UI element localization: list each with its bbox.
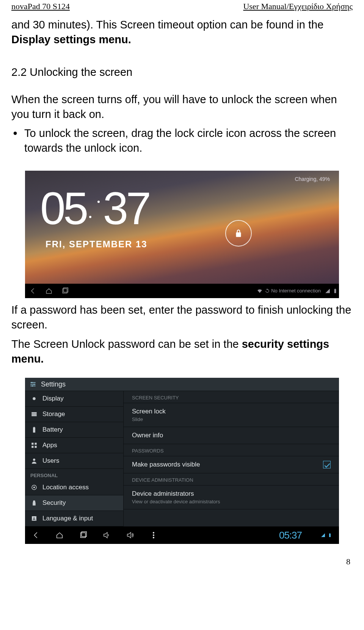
lock-icon [234,228,243,238]
svg-point-24 [153,533,154,534]
settings-title: Settings [41,380,66,388]
svg-point-6 [32,385,33,386]
svg-rect-16 [35,446,37,448]
section-unlocking: 2.2 Unlocking the screen [11,66,353,79]
page-number: 8 [11,557,353,567]
settings-navbar: 05:37 [25,526,339,544]
bullet-unlock: ● To unlock the screen, drag the lock ci… [13,126,353,156]
nav-home-icon[interactable] [55,531,64,539]
svg-text:A: A [33,517,35,521]
signal-icon [321,533,325,537]
language-icon: A [30,515,38,522]
page-header: novaPad 70 S124 User Manual/Εγχειρίδιο Χ… [11,0,353,13]
paragraph-security-settings: The Screen Unlock password can be set in… [11,337,353,366]
svg-rect-1 [64,288,68,292]
svg-rect-8 [31,412,37,413]
sidebar-item-apps[interactable]: Apps [25,438,123,453]
svg-rect-27 [329,534,331,537]
setting-device-administrators[interactable]: Device administrators View or deactivate… [124,485,339,509]
volume-down-icon[interactable] [102,531,111,539]
battery-status-icon [328,533,332,537]
svg-rect-23 [82,532,86,537]
svg-point-26 [153,537,154,538]
settings-sidebar: Display Storage Battery Apps Users PERSO… [25,391,124,526]
nav-recent-icon[interactable] [57,284,73,298]
lockscreen-clock: 0537 [40,182,149,234]
svg-point-4 [31,382,33,383]
setting-make-passwords-visible[interactable]: Make passwords visible [124,456,339,473]
svg-point-17 [33,459,35,461]
category-screen-security: SCREEN SECURITY [124,391,339,403]
svg-rect-28 [329,533,330,534]
security-icon [30,500,38,506]
location-icon [30,484,38,491]
sidebar-item-display[interactable]: Display [25,391,123,407]
category-device-admin: DEVICE ADMINISTRATION [124,473,339,485]
lockscreen-figure: Charging, 49% 0537 FRI, SEPTEMBER 13 No … [25,171,339,298]
svg-rect-22 [81,533,86,538]
overflow-menu-icon[interactable] [149,531,158,539]
settings-figure: Settings Display Storage Battery Apps Us… [25,378,339,544]
paragraph-timeout: and 30 minutes). This Screen timeout opt… [11,17,353,47]
svg-rect-15 [31,446,33,448]
category-passwords: PASSWORDS [124,444,339,456]
lockscreen-navbar: No Internet connection [25,284,339,298]
nav-home-icon[interactable] [41,284,57,298]
navbar-clock: 05:37 [279,529,302,541]
sync-icon [264,288,271,294]
apps-icon [30,442,38,449]
setting-screen-lock[interactable]: Screen lock Slide [124,403,339,427]
svg-rect-14 [35,443,37,445]
svg-rect-9 [31,414,37,415]
nav-back-icon[interactable] [32,531,40,539]
svg-rect-11 [33,427,35,433]
header-left: novaPad 70 S124 [11,2,70,11]
storage-icon [30,411,38,418]
display-icon [30,395,38,402]
svg-point-18 [33,487,35,489]
svg-point-7 [33,397,36,401]
svg-rect-12 [34,427,35,428]
lockscreen-date: FRI, SEPTEMBER 13 [46,239,147,250]
nav-recent-icon[interactable] [79,531,87,539]
sidebar-item-location[interactable]: Location access [25,480,123,495]
nav-back-icon[interactable] [25,284,41,298]
charging-status: Charging, 49% [295,176,330,182]
settings-header: Settings [25,378,339,391]
sidebar-item-security[interactable]: Security [25,495,123,511]
svg-rect-0 [63,289,67,293]
svg-rect-2 [334,289,336,293]
header-right: User Manual/Εγχειρίδιο Χρήσης [243,2,353,11]
users-icon [30,457,38,464]
signal-icon [324,288,331,294]
paragraph-password: If a password has been set, enter the pa… [11,303,353,332]
lock-ring[interactable] [225,220,252,247]
sidebar-item-battery[interactable]: Battery [25,422,123,438]
setting-owner-info[interactable]: Owner info [124,427,339,444]
navbar-status-icons [321,533,332,537]
volume-up-icon[interactable] [126,531,134,539]
battery-icon [331,288,339,294]
paragraph-unlock-intro: When the screen turns off, you will have… [11,92,353,122]
wifi-unavailable-icon [256,288,264,294]
battery-menu-icon [30,426,38,433]
sidebar-item-language[interactable]: ALanguage & input [25,511,123,526]
svg-point-25 [153,535,154,536]
connection-status: No Internet connection [271,288,321,294]
svg-rect-13 [31,443,33,445]
svg-rect-3 [335,289,336,289]
sidebar-item-users[interactable]: Users [25,453,123,469]
checkbox-checked-icon[interactable] [323,461,331,468]
settings-sliders-icon [29,380,37,388]
svg-rect-10 [31,415,37,416]
settings-detail: SCREEN SECURITY Screen lock Slide Owner … [124,391,339,526]
bullet-dot-icon: ● [13,126,17,156]
sidebar-item-storage[interactable]: Storage [25,407,123,422]
svg-point-5 [34,384,35,385]
sidebar-category-personal: PERSONAL [25,469,123,480]
